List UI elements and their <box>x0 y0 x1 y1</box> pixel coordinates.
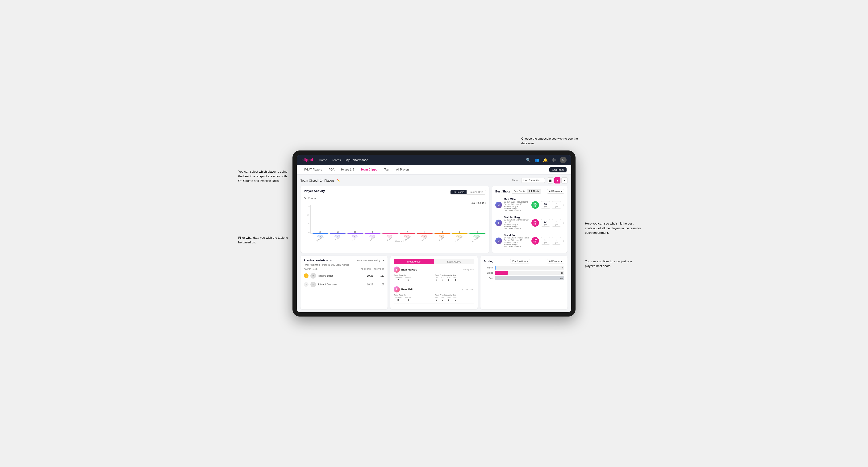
edit-icon[interactable]: ✏️ <box>337 179 340 182</box>
grid-view-button[interactable]: ⊞ <box>547 177 553 184</box>
nav-link-teams[interactable]: Teams <box>332 157 341 163</box>
putt-stat: PUTT 1 <box>453 277 458 281</box>
chart-dropdown[interactable]: Total Rounds ▾ <box>470 201 486 204</box>
all-shots-tab[interactable]: All Shots <box>527 189 541 193</box>
tab-team-clippd[interactable]: Team Clippd <box>358 166 380 173</box>
scoring-bar-label: Birdies <box>484 272 493 274</box>
best-shots-tab[interactable]: Best Shots <box>512 189 527 193</box>
annotation-right-bottom: You can also filter to show just one pla… <box>585 259 642 268</box>
app-stat: APP 0 <box>441 297 444 301</box>
heart-view-button[interactable]: ♥ <box>554 177 560 184</box>
scoring-bars: Eagles 3 Birdies 96 Pars 499 <box>484 266 564 280</box>
shot-player-info: Blair McHarg 23 Jul 2023 · Ashridge GC, … <box>504 216 530 230</box>
shot-player-name: David Ford <box>504 234 530 237</box>
shot-badge: 198 SG <box>531 237 539 245</box>
y-axis: 15 10 5 0 <box>304 205 309 243</box>
list-view-button[interactable]: ≡ <box>561 177 567 184</box>
stat-box-1: 43 yds <box>541 219 550 227</box>
total-rounds-section: Total Rounds Tournament 8 Practice 4 <box>394 294 433 301</box>
tab-pgat[interactable]: PGAT Players <box>302 166 325 173</box>
tab-tour[interactable]: Tour <box>381 166 392 173</box>
top-nav: clippd Home Teams My Performance 🔍 👥 🔔 ➕… <box>297 155 571 165</box>
tab-hcaps[interactable]: Hcaps 1-5 <box>338 166 357 173</box>
on-course-toggle[interactable]: On Course <box>451 190 467 194</box>
annotation-left-top: You can select which player is doing the… <box>238 169 290 183</box>
add-button[interactable]: ➕ <box>552 158 556 162</box>
practice-drills-toggle[interactable]: Practice Drills <box>467 190 486 194</box>
tablet-screen: clippd Home Teams My Performance 🔍 👥 🔔 ➕… <box>297 155 571 312</box>
player-shot-avatar: M <box>495 201 502 208</box>
notifications-button[interactable]: 🔔 <box>543 158 548 162</box>
shot-details: Shot Dist: 67 yds Start Lie: Rough End L… <box>504 206 530 212</box>
shot-details: Shot Dist: 16 yds Start Lie: Rough End L… <box>504 241 530 248</box>
total-practice-section: Total Practice Activities GTT 0 APP 0 AR… <box>435 294 474 301</box>
bar-item: 2 <box>452 231 467 233</box>
lb-filter-dropdown[interactable]: PUTT Must Make Putting ... ▾ <box>356 259 384 261</box>
gtt-stat: GTT 0 <box>435 277 438 281</box>
team-header-right: Show: Last 3 months Last month Last 6 mo… <box>512 177 567 184</box>
nav-logo: clippd <box>302 158 313 162</box>
shot-player-meta: 09 Jun 2023 · Royal North Devon GC, Hole… <box>504 201 530 206</box>
scoring-bar-fill <box>495 271 508 275</box>
ma-player-header: B Blair McHarg 26 Aug 2023 <box>394 267 474 273</box>
ma-players: B Blair McHarg 26 Aug 2023 Total Rounds … <box>394 267 474 304</box>
scoring-bar-label: Eagles <box>484 267 493 269</box>
stat-box-2: 0 yds <box>552 219 561 227</box>
practice-leaderboards-card: Practice Leaderboards PUTT Must Make Put… <box>301 256 388 309</box>
chart-header: Total Rounds ▾ <box>304 201 486 204</box>
lb-header: Practice Leaderboards PUTT Must Make Put… <box>304 259 384 262</box>
shot-stats: 67 yds 0 yds <box>541 201 561 209</box>
arg-stat: ARG 0 <box>447 277 451 281</box>
bar-item: 12 <box>330 231 346 233</box>
sub-nav-tabs: PGAT Players PGA Hcaps 1-5 Team Clippd T… <box>302 166 412 173</box>
search-button[interactable]: 🔍 <box>526 158 531 162</box>
scoring-bar-item: Eagles 3 <box>484 266 564 270</box>
lb-pb-score: 18/20 <box>364 283 373 286</box>
all-players-filter[interactable]: All Players ▾ <box>547 189 564 194</box>
shot-player-name: Blair McHarg <box>504 216 530 219</box>
most-active-tab[interactable]: Most Active <box>394 259 434 264</box>
shot-item[interactable]: M Matt Miller 09 Jun 2023 · Royal North … <box>495 196 564 214</box>
lb-subtitle: PUTT Must Make Putting (3-6 ft), Last 3 … <box>304 264 384 266</box>
scoring-card: Scoring Par 3, 4 & 5s ▾ All Players ▾ Ea… <box>480 256 567 309</box>
lb-avatar: E <box>310 282 316 287</box>
stat-box-1: 16 yds <box>541 237 550 245</box>
nav-link-home[interactable]: Home <box>319 157 327 163</box>
lb-rank: 2 <box>304 282 309 287</box>
chevron-right-icon: › <box>563 203 564 207</box>
stat-box-1: 67 yds <box>541 201 550 209</box>
most-active-tabs: Most Active Least Active <box>394 259 474 264</box>
avatar[interactable]: U <box>560 157 566 163</box>
bar-item: 2 <box>469 231 485 233</box>
users-button[interactable]: 👥 <box>534 158 539 162</box>
least-active-tab[interactable]: Least Active <box>434 259 474 264</box>
player-activity-card: Player Activity On Course Practice Drill… <box>301 186 489 253</box>
ma-player-name: Blair McHarg <box>401 268 417 271</box>
scoring-players-filter[interactable]: All Players ▾ <box>547 259 564 263</box>
scoring-bar-value: 499 <box>560 277 563 279</box>
shot-player-meta: 23 Jul 2023 · Ashridge GC, Hole 15 <box>504 219 530 223</box>
bars-row: 13 12 10 9 5 4 3 3 <box>310 205 486 234</box>
stat-box-2: 0 yds <box>552 201 561 209</box>
lb-players: 1 R Richard Butler 19/20 110 2 E Edward … <box>304 272 384 289</box>
shot-item[interactable]: B Blair McHarg 23 Jul 2023 · Ashridge GC… <box>495 214 564 232</box>
shots-tab-pill: Best Shots All Shots <box>512 189 541 194</box>
lb-table-header: PLAYER NAME PB SCORE PB AVG SQ <box>304 268 384 270</box>
show-select[interactable]: Last 3 months Last month Last 6 months L… <box>521 178 545 183</box>
par-filter[interactable]: Par 3, 4 & 5s ▾ <box>510 259 530 263</box>
ma-player-avatar: B <box>394 267 400 273</box>
shot-stats: 43 yds 0 yds <box>541 219 561 227</box>
tab-pga[interactable]: PGA <box>326 166 337 173</box>
tournament-stat: Tournament 8 <box>394 297 402 301</box>
shot-badge: 200 SG <box>531 201 539 209</box>
practice-stat: Practice 4 <box>405 297 411 301</box>
scoring-bar-item: Pars 499 <box>484 276 564 280</box>
scoring-header: Scoring Par 3, 4 & 5s ▾ All Players ▾ <box>484 259 564 263</box>
nav-link-performance[interactable]: My Performance <box>346 157 368 163</box>
ma-player-avatar: R <box>394 286 400 292</box>
shot-player-info: David Ford 24 Aug 2023 · Royal North Dev… <box>504 234 530 248</box>
add-team-button[interactable]: Add Team <box>549 167 566 173</box>
activity-title: Player Activity <box>304 189 325 193</box>
shot-item[interactable]: D David Ford 24 Aug 2023 · Royal North D… <box>495 232 564 250</box>
tab-all-players[interactable]: All Players <box>393 166 412 173</box>
